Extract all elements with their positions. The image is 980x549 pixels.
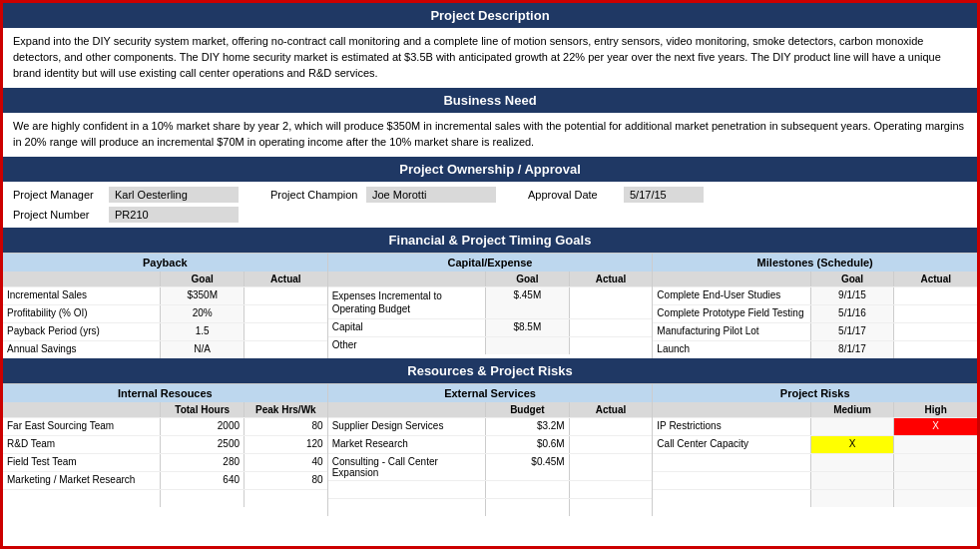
list-item	[653, 453, 977, 471]
external-row-0-budget: $3.2M	[485, 418, 569, 435]
payback-row-1-label: Profitability (% OI)	[3, 305, 160, 322]
internal-row-1-hours: 2500	[160, 436, 244, 453]
milestones-col-actual: Actual	[893, 272, 977, 286]
capital-panel: Capital/Expense Goal Actual Expenses Inc…	[328, 254, 654, 358]
payback-title: Payback	[3, 254, 327, 272]
external-row-3-budget	[485, 481, 569, 498]
table-row: Launch 8/1/17	[653, 340, 977, 358]
project-description-section: Project Description Expand into the DIY …	[3, 3, 977, 88]
project-champion-value: Joe Morotti	[366, 187, 496, 203]
risks-row-0-label: IP Restrictions	[653, 418, 809, 435]
capital-row-0-goal: $.45M	[485, 287, 569, 318]
table-row: Incremental Sales $350M	[3, 286, 327, 304]
ownership-grid: Project Manager Karl Oesterling Project …	[3, 182, 977, 228]
capital-row-2-goal	[485, 337, 569, 354]
external-row-1-label: Market Research	[328, 436, 485, 453]
milestones-row-2-goal: 5/1/17	[810, 323, 894, 340]
internal-row-1-label: R&D Team	[3, 436, 160, 453]
project-risks-panel: Project Risks Medium High IP Restriction…	[653, 384, 977, 516]
external-row-1-actual	[569, 436, 653, 453]
payback-row-2-actual	[244, 323, 327, 340]
external-row-2-budget: $0.45M	[485, 454, 569, 480]
project-manager-label: Project Manager	[13, 189, 103, 201]
payback-panel: Payback Goal Actual Incremental Sales $3…	[3, 254, 328, 358]
list-item	[3, 489, 327, 507]
table-row: Profitability (% OI) 20%	[3, 304, 327, 322]
capital-row-0-actual	[569, 287, 653, 318]
external-row-3-label	[328, 481, 485, 498]
milestones-col-blank	[653, 272, 809, 286]
payback-row-2-label: Payback Period (yrs)	[3, 323, 160, 340]
resources-section: Resources & Project Risks Internal Resou…	[3, 358, 977, 516]
milestones-row-0-label: Complete End-User Studies	[653, 287, 809, 304]
internal-col-blank	[3, 402, 160, 417]
risks-row-2-high	[893, 454, 977, 471]
external-col-blank	[328, 402, 485, 417]
business-need-section: Business Need We are highly confident in…	[3, 88, 977, 157]
payback-row-0-label: Incremental Sales	[3, 287, 160, 304]
ownership-header: Project Ownership / Approval	[3, 157, 977, 182]
table-row: Capital $8.5M	[328, 318, 653, 336]
capital-col-blank	[328, 272, 485, 286]
financial-grid: Payback Goal Actual Incremental Sales $3…	[3, 253, 977, 358]
internal-row-4-hours	[160, 490, 244, 507]
list-item: Supplier Design Services $3.2M	[328, 417, 653, 435]
payback-row-3-actual	[244, 341, 327, 358]
risks-row-1-high	[893, 436, 977, 453]
financial-header: Financial & Project Timing Goals	[3, 228, 977, 253]
external-col-headers: Budget Actual	[328, 402, 653, 417]
external-row-4-label	[328, 499, 485, 516]
internal-col-hours: Total Hours	[160, 402, 244, 417]
internal-row-3-hours: 640	[160, 472, 244, 489]
table-row: Manufacturing Pilot Lot 5/1/17	[653, 322, 977, 340]
external-services-title: External Services	[328, 384, 653, 402]
project-description-text: Expand into the DIY security system mark…	[3, 28, 977, 88]
payback-row-0-actual	[244, 287, 327, 304]
risks-col-medium: Medium	[810, 402, 894, 417]
milestones-col-goal: Goal	[810, 272, 894, 286]
milestones-row-0-goal: 9/1/15	[810, 287, 894, 304]
milestones-row-3-goal: 8/1/17	[810, 341, 894, 358]
capital-title: Capital/Expense	[328, 254, 653, 272]
list-item: IP Restrictions X	[653, 417, 977, 435]
capital-col-actual: Actual	[569, 272, 653, 286]
internal-row-2-hours: 280	[160, 454, 244, 471]
milestones-col-headers: Goal Actual	[653, 272, 977, 286]
list-item: Field Test Team 280 40	[3, 453, 327, 471]
internal-col-peak: Peak Hrs/Wk	[244, 402, 327, 417]
list-item	[653, 489, 977, 507]
risks-row-3-high	[893, 472, 977, 489]
external-row-2-actual	[569, 454, 653, 480]
risks-row-4-label	[653, 490, 809, 507]
list-item: Far East Sourcing Team 2000 80	[3, 417, 327, 435]
internal-row-1-peak: 120	[244, 436, 327, 453]
milestones-row-1-label: Complete Prototype Field Testing	[653, 305, 809, 322]
internal-row-4-label	[3, 490, 160, 507]
risks-row-3-medium	[810, 472, 894, 489]
milestones-row-3-actual	[893, 341, 977, 358]
business-need-text: We are highly confident in a 10% market …	[3, 113, 977, 157]
milestones-panel: Milestones (Schedule) Goal Actual Comple…	[653, 254, 977, 358]
project-number-label: Project Number	[13, 209, 103, 221]
capital-row-1-goal: $8.5M	[485, 319, 569, 336]
capital-row-2-label: Other	[328, 337, 485, 354]
external-row-0-label: Supplier Design Services	[328, 418, 485, 435]
capital-row-1-label: Capital	[328, 319, 485, 336]
approval-date-label: Approval Date	[528, 189, 618, 201]
milestones-title: Milestones (Schedule)	[653, 254, 977, 272]
risks-row-1-label: Call Center Capacity	[653, 436, 809, 453]
payback-col-actual: Actual	[244, 272, 327, 286]
milestones-row-1-goal: 5/1/16	[810, 305, 894, 322]
table-row: Expenses Incremental toOperating Budget …	[328, 286, 653, 318]
internal-row-4-peak	[244, 490, 327, 507]
list-item: Call Center Capacity X	[653, 435, 977, 453]
project-description-header: Project Description	[3, 3, 977, 28]
table-row: Other	[328, 336, 653, 354]
risks-row-4-high	[893, 490, 977, 507]
capital-row-0-label: Expenses Incremental toOperating Budget	[328, 287, 485, 318]
table-row: Payback Period (yrs) 1.5	[3, 322, 327, 340]
payback-row-1-actual	[244, 305, 327, 322]
external-row-4-budget	[485, 499, 569, 516]
capital-row-1-actual	[569, 319, 653, 336]
milestones-row-3-label: Launch	[653, 341, 809, 358]
